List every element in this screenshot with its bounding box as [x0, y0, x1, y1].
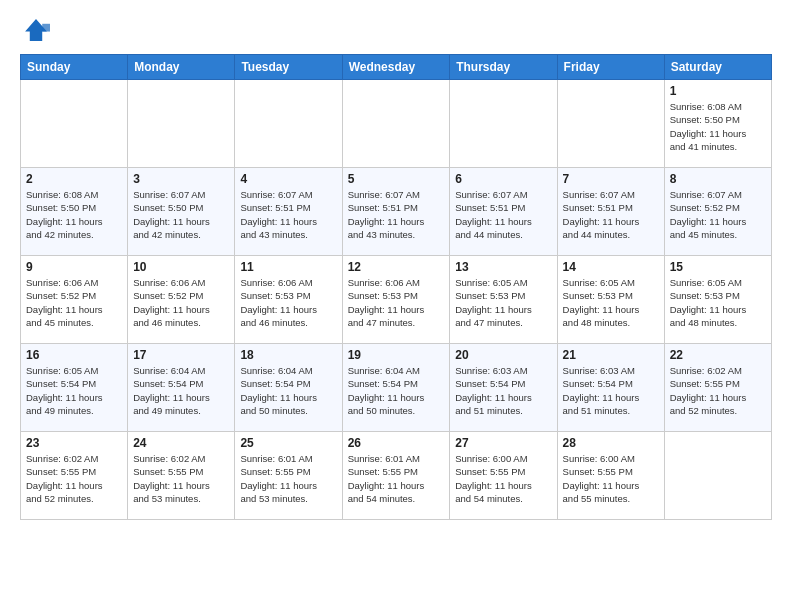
day-info: Sunrise: 6:06 AM Sunset: 5:53 PM Dayligh… — [240, 276, 336, 329]
day-info: Sunrise: 6:06 AM Sunset: 5:52 PM Dayligh… — [133, 276, 229, 329]
calendar-cell: 23Sunrise: 6:02 AM Sunset: 5:55 PM Dayli… — [21, 432, 128, 520]
calendar-week-row: 16Sunrise: 6:05 AM Sunset: 5:54 PM Dayli… — [21, 344, 772, 432]
calendar-cell: 7Sunrise: 6:07 AM Sunset: 5:51 PM Daylig… — [557, 168, 664, 256]
calendar-cell: 10Sunrise: 6:06 AM Sunset: 5:52 PM Dayli… — [128, 256, 235, 344]
day-info: Sunrise: 6:08 AM Sunset: 5:50 PM Dayligh… — [26, 188, 122, 241]
day-number: 26 — [348, 436, 445, 450]
calendar-cell: 13Sunrise: 6:05 AM Sunset: 5:53 PM Dayli… — [450, 256, 557, 344]
calendar-cell: 27Sunrise: 6:00 AM Sunset: 5:55 PM Dayli… — [450, 432, 557, 520]
day-info: Sunrise: 6:02 AM Sunset: 5:55 PM Dayligh… — [670, 364, 766, 417]
day-number: 24 — [133, 436, 229, 450]
calendar-table: SundayMondayTuesdayWednesdayThursdayFrid… — [20, 54, 772, 520]
day-info: Sunrise: 6:01 AM Sunset: 5:55 PM Dayligh… — [240, 452, 336, 505]
calendar-cell: 12Sunrise: 6:06 AM Sunset: 5:53 PM Dayli… — [342, 256, 450, 344]
day-number: 13 — [455, 260, 551, 274]
col-header-tuesday: Tuesday — [235, 55, 342, 80]
calendar-cell: 24Sunrise: 6:02 AM Sunset: 5:55 PM Dayli… — [128, 432, 235, 520]
day-info: Sunrise: 6:04 AM Sunset: 5:54 PM Dayligh… — [240, 364, 336, 417]
calendar-cell: 14Sunrise: 6:05 AM Sunset: 5:53 PM Dayli… — [557, 256, 664, 344]
day-info: Sunrise: 6:02 AM Sunset: 5:55 PM Dayligh… — [133, 452, 229, 505]
day-number: 21 — [563, 348, 659, 362]
calendar-cell — [342, 80, 450, 168]
calendar-cell: 19Sunrise: 6:04 AM Sunset: 5:54 PM Dayli… — [342, 344, 450, 432]
logo — [20, 16, 52, 48]
day-number: 15 — [670, 260, 766, 274]
calendar-cell — [664, 432, 771, 520]
calendar-header-row: SundayMondayTuesdayWednesdayThursdayFrid… — [21, 55, 772, 80]
day-info: Sunrise: 6:03 AM Sunset: 5:54 PM Dayligh… — [563, 364, 659, 417]
day-number: 9 — [26, 260, 122, 274]
col-header-thursday: Thursday — [450, 55, 557, 80]
col-header-monday: Monday — [128, 55, 235, 80]
calendar-cell — [128, 80, 235, 168]
logo-icon — [22, 16, 50, 44]
day-info: Sunrise: 6:07 AM Sunset: 5:51 PM Dayligh… — [348, 188, 445, 241]
day-info: Sunrise: 6:04 AM Sunset: 5:54 PM Dayligh… — [133, 364, 229, 417]
day-number: 22 — [670, 348, 766, 362]
day-number: 23 — [26, 436, 122, 450]
day-number: 28 — [563, 436, 659, 450]
day-number: 11 — [240, 260, 336, 274]
calendar-cell: 8Sunrise: 6:07 AM Sunset: 5:52 PM Daylig… — [664, 168, 771, 256]
calendar-week-row: 1Sunrise: 6:08 AM Sunset: 5:50 PM Daylig… — [21, 80, 772, 168]
day-info: Sunrise: 6:05 AM Sunset: 5:53 PM Dayligh… — [455, 276, 551, 329]
day-info: Sunrise: 6:07 AM Sunset: 5:51 PM Dayligh… — [563, 188, 659, 241]
calendar-cell: 9Sunrise: 6:06 AM Sunset: 5:52 PM Daylig… — [21, 256, 128, 344]
calendar-cell: 3Sunrise: 6:07 AM Sunset: 5:50 PM Daylig… — [128, 168, 235, 256]
day-info: Sunrise: 6:05 AM Sunset: 5:53 PM Dayligh… — [670, 276, 766, 329]
calendar-cell: 21Sunrise: 6:03 AM Sunset: 5:54 PM Dayli… — [557, 344, 664, 432]
day-number: 7 — [563, 172, 659, 186]
day-number: 19 — [348, 348, 445, 362]
col-header-saturday: Saturday — [664, 55, 771, 80]
svg-marker-1 — [42, 24, 50, 32]
calendar-cell — [235, 80, 342, 168]
calendar-cell: 17Sunrise: 6:04 AM Sunset: 5:54 PM Dayli… — [128, 344, 235, 432]
day-number: 8 — [670, 172, 766, 186]
col-header-friday: Friday — [557, 55, 664, 80]
calendar-cell: 11Sunrise: 6:06 AM Sunset: 5:53 PM Dayli… — [235, 256, 342, 344]
calendar-cell: 20Sunrise: 6:03 AM Sunset: 5:54 PM Dayli… — [450, 344, 557, 432]
day-info: Sunrise: 6:03 AM Sunset: 5:54 PM Dayligh… — [455, 364, 551, 417]
day-info: Sunrise: 6:04 AM Sunset: 5:54 PM Dayligh… — [348, 364, 445, 417]
day-info: Sunrise: 6:07 AM Sunset: 5:51 PM Dayligh… — [240, 188, 336, 241]
day-number: 6 — [455, 172, 551, 186]
page: SundayMondayTuesdayWednesdayThursdayFrid… — [0, 0, 792, 530]
calendar-cell: 28Sunrise: 6:00 AM Sunset: 5:55 PM Dayli… — [557, 432, 664, 520]
day-number: 14 — [563, 260, 659, 274]
day-info: Sunrise: 6:08 AM Sunset: 5:50 PM Dayligh… — [670, 100, 766, 153]
calendar-cell: 22Sunrise: 6:02 AM Sunset: 5:55 PM Dayli… — [664, 344, 771, 432]
day-info: Sunrise: 6:00 AM Sunset: 5:55 PM Dayligh… — [455, 452, 551, 505]
day-number: 1 — [670, 84, 766, 98]
header — [20, 16, 772, 48]
day-number: 16 — [26, 348, 122, 362]
day-number: 2 — [26, 172, 122, 186]
day-number: 3 — [133, 172, 229, 186]
calendar-cell: 15Sunrise: 6:05 AM Sunset: 5:53 PM Dayli… — [664, 256, 771, 344]
calendar-week-row: 9Sunrise: 6:06 AM Sunset: 5:52 PM Daylig… — [21, 256, 772, 344]
calendar-cell: 18Sunrise: 6:04 AM Sunset: 5:54 PM Dayli… — [235, 344, 342, 432]
day-number: 4 — [240, 172, 336, 186]
day-info: Sunrise: 6:07 AM Sunset: 5:52 PM Dayligh… — [670, 188, 766, 241]
calendar-cell: 5Sunrise: 6:07 AM Sunset: 5:51 PM Daylig… — [342, 168, 450, 256]
day-info: Sunrise: 6:07 AM Sunset: 5:51 PM Dayligh… — [455, 188, 551, 241]
day-info: Sunrise: 6:06 AM Sunset: 5:52 PM Dayligh… — [26, 276, 122, 329]
col-header-sunday: Sunday — [21, 55, 128, 80]
day-number: 12 — [348, 260, 445, 274]
day-info: Sunrise: 6:01 AM Sunset: 5:55 PM Dayligh… — [348, 452, 445, 505]
calendar-week-row: 23Sunrise: 6:02 AM Sunset: 5:55 PM Dayli… — [21, 432, 772, 520]
calendar-cell: 4Sunrise: 6:07 AM Sunset: 5:51 PM Daylig… — [235, 168, 342, 256]
calendar-cell: 1Sunrise: 6:08 AM Sunset: 5:50 PM Daylig… — [664, 80, 771, 168]
day-info: Sunrise: 6:07 AM Sunset: 5:50 PM Dayligh… — [133, 188, 229, 241]
calendar-cell — [21, 80, 128, 168]
calendar-cell: 6Sunrise: 6:07 AM Sunset: 5:51 PM Daylig… — [450, 168, 557, 256]
calendar-cell: 26Sunrise: 6:01 AM Sunset: 5:55 PM Dayli… — [342, 432, 450, 520]
calendar-cell — [450, 80, 557, 168]
day-number: 10 — [133, 260, 229, 274]
day-number: 20 — [455, 348, 551, 362]
calendar-cell: 16Sunrise: 6:05 AM Sunset: 5:54 PM Dayli… — [21, 344, 128, 432]
calendar-cell: 2Sunrise: 6:08 AM Sunset: 5:50 PM Daylig… — [21, 168, 128, 256]
day-number: 27 — [455, 436, 551, 450]
calendar-cell — [557, 80, 664, 168]
day-info: Sunrise: 6:00 AM Sunset: 5:55 PM Dayligh… — [563, 452, 659, 505]
day-info: Sunrise: 6:06 AM Sunset: 5:53 PM Dayligh… — [348, 276, 445, 329]
